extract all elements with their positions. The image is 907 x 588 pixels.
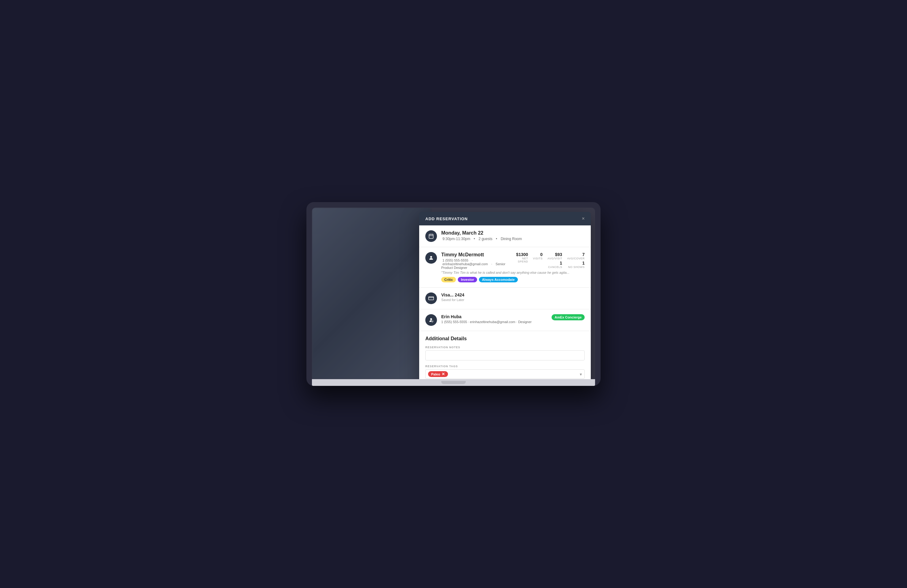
stat-col3: 7 AVG/COVER 1 NO SHOWS (567, 252, 585, 268)
modal-title: ADD RESERVATION (425, 217, 468, 221)
paleo-tag: Paleo ✕ (428, 371, 448, 377)
guest-phone: 1 (555) 555-5555 (442, 259, 468, 262)
net-spend-label: NET SPEND (516, 257, 528, 263)
date-row: Monday, March 22 9:30pm-11:30pm • 2 gues… (419, 225, 591, 247)
booker-phone: 1 (555) 555-5555 (441, 320, 467, 324)
add-reservation-modal: ADD RESERVATION × Monday, March 22 (419, 212, 591, 379)
reservation-notes-group: RESERVATION NOTES (425, 346, 585, 361)
paleo-tag-label: Paleo (431, 372, 440, 376)
tags-label: RESERVATION TAGS (425, 365, 585, 368)
tags-chevron-icon: ▾ (580, 372, 582, 377)
stat-visits: 0 VISITS (533, 252, 543, 268)
stat-net-spend: $1300 NET SPEND (516, 252, 528, 268)
booker-info: Erin Huba 1 (555) 555-5555 · erinhazelti… (441, 314, 547, 324)
visits-value: 0 (540, 252, 543, 257)
stat-col2: $93 AVG/VISIT 1 CANCELS (548, 252, 562, 268)
amex-badge: AmEx Concierge (551, 314, 585, 320)
calendar-icon (425, 230, 437, 242)
laptop-notch (441, 381, 466, 384)
no-shows-value: 1 (582, 260, 585, 265)
close-button[interactable]: × (582, 216, 585, 221)
date-label: Monday, March 22 (441, 230, 523, 236)
guest-name: Timmy McDermott (441, 252, 516, 257)
payment-info: Visa... 2424 Saved for Later (441, 292, 464, 302)
no-shows-label: NO SHOWS (568, 265, 585, 268)
payment-name: Visa... 2424 (441, 292, 464, 297)
avg-visit-label: AVG/VISIT (548, 257, 562, 260)
stat-cancels: 1 CANCELS (548, 260, 562, 268)
guest-header: Timmy McDermott 1 (555) 555-5555 · erinh… (441, 252, 585, 270)
booker-row: ★ Erin Huba 1 (555) 555-5555 · erinhazel… (419, 309, 591, 331)
payment-row: Visa... 2424 Saved for Later (419, 288, 591, 309)
paleo-tag-remove[interactable]: ✕ (442, 372, 445, 376)
booker-name: Erin Huba (441, 314, 547, 319)
avg-visit-value: $93 (555, 252, 562, 257)
guest-avatar (425, 252, 437, 264)
guest-tags: Critic Investor Always Accomodate (441, 277, 585, 282)
cancels-label: CANCELS (548, 265, 562, 268)
room-name: Dining Room (501, 237, 522, 241)
stat-no-shows: 1 NO SHOWS (567, 260, 585, 268)
additional-title: Additional Details (425, 336, 585, 342)
avg-cover-label: AVG/COVER (567, 257, 585, 260)
guest-email: erinhazeltinehuba@gmail.com (442, 262, 488, 266)
booker-role: Designer (518, 320, 532, 324)
date-meta: 9:30pm-11:30pm • 2 guests • Dining Room (441, 237, 523, 241)
booker-contact: 1 (555) 555-5555 · erinhazeltinehuba@gma… (441, 320, 547, 324)
guest-count: 2 guests (479, 237, 492, 241)
notes-label: RESERVATION NOTES (425, 346, 585, 349)
laptop-frame: ADD RESERVATION × Monday, March 22 (306, 202, 601, 386)
reservation-notes-input[interactable] (425, 350, 585, 361)
date-info: Monday, March 22 9:30pm-11:30pm • 2 gues… (441, 230, 523, 241)
svg-point-4 (430, 256, 432, 258)
laptop-screen: ADD RESERVATION × Monday, March 22 (312, 208, 595, 379)
avg-cover-value: 7 (582, 252, 585, 257)
cancels-value: 1 (560, 260, 562, 265)
tag-investor: Investor (458, 277, 477, 282)
net-spend-value: $1300 (516, 252, 528, 257)
svg-rect-5 (429, 297, 434, 300)
tags-input-row[interactable]: Paleo ✕ ▾ (425, 369, 585, 379)
guest-row: Timmy McDermott 1 (555) 555-5555 · erinh… (419, 247, 591, 288)
tag-always-accomodate: Always Accomodate (479, 277, 518, 282)
booker-email: erinhazeltinehuba@gmail.com (470, 320, 515, 324)
modal-header: ADD RESERVATION × (419, 212, 591, 225)
guest-section: Timmy McDermott 1 (555) 555-5555 · erinh… (441, 252, 585, 282)
modal-overlay: ADD RESERVATION × Monday, March 22 (312, 208, 595, 379)
laptop-base (312, 379, 595, 386)
additional-details: Additional Details RESERVATION NOTES RES… (419, 331, 591, 379)
guest-stats: $1300 NET SPEND 0 VISITS $93 (516, 252, 585, 268)
tag-critic: Critic (441, 277, 456, 282)
guest-contact: 1 (555) 555-5555 · erinhazeltinehuba@gma… (441, 259, 516, 270)
stat-avg-visit: $93 AVG/VISIT (548, 252, 562, 260)
guest-name-block: Timmy McDermott 1 (555) 555-5555 · erinh… (441, 252, 516, 270)
stat-avg-cover: 7 AVG/COVER (567, 252, 585, 260)
guest-note: "Timmy Tim Tim is what he is called and … (441, 271, 585, 275)
svg-rect-0 (429, 234, 433, 238)
visits-label: VISITS (533, 257, 543, 260)
time-range: 9:30pm-11:30pm (442, 237, 470, 241)
payment-sub: Saved for Later (441, 298, 464, 302)
payment-icon (425, 292, 437, 304)
booker-avatar: ★ (425, 314, 437, 326)
reservation-tags-group: RESERVATION TAGS Paleo ✕ ▾ (425, 365, 585, 379)
svg-point-7 (430, 318, 432, 320)
